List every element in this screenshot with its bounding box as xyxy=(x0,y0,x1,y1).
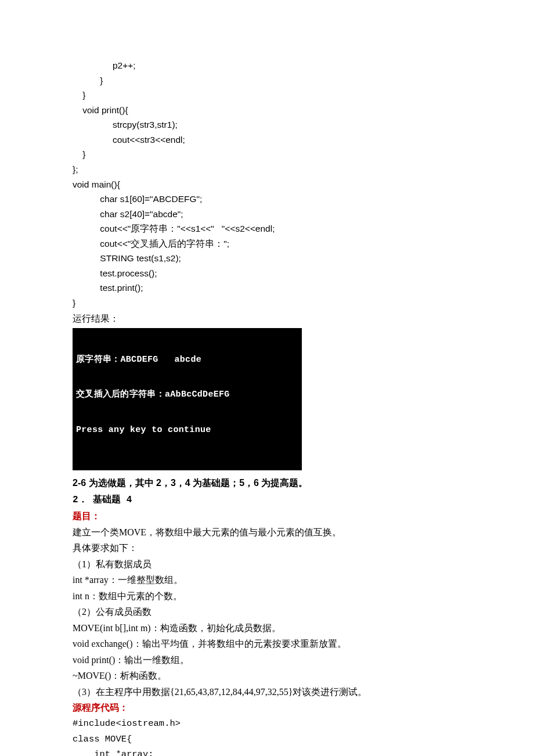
desc-line: ~MOVE()：析构函数。 xyxy=(73,668,476,684)
source-code-label: 源程序代码： xyxy=(73,700,476,716)
q2-text: 2． 基础题 4 xyxy=(73,495,132,505)
console-line: 交叉插入后的字符串：aAbBcCdDeEFG xyxy=(76,389,298,401)
desc-line: MOVE(int b[],int m)：构造函数，初始化成员数据。 xyxy=(73,620,476,636)
code-line: p2++; xyxy=(73,58,476,73)
desc-line: （2）公有成员函数 xyxy=(73,604,476,620)
code-line: void print(){ xyxy=(73,103,476,118)
code-line: strcpy(str3,str1); xyxy=(73,117,476,132)
desc-line: （1）私有数据成员 xyxy=(73,556,476,573)
desc-line: void print()：输出一维数组。 xyxy=(73,652,476,668)
selection-heading: 2-6 为选做题，其中 2，3，4 为基础题；5，6 为提高题。 xyxy=(73,475,476,491)
desc-line: 具体要求如下： xyxy=(73,540,476,556)
code-line: char s1[60]="ABCDEFG"; xyxy=(73,192,476,207)
desc-line: 建立一个类MOVE，将数组中最大元素的值与最小元素的值互换。 xyxy=(73,524,476,541)
question-number-heading: 2． 基础题 4 xyxy=(73,491,476,508)
code-line: } xyxy=(73,88,476,103)
code-block-top: p2++; } } void print(){ strcpy(str3,str1… xyxy=(73,58,476,311)
code-line: cout<<"交叉插入后的字符串："; xyxy=(73,236,476,251)
code-line: } xyxy=(73,296,476,311)
code-line: }; xyxy=(73,162,476,177)
code-line: class MOVE{ xyxy=(73,732,476,747)
code-line: test.print(); xyxy=(73,280,476,296)
desc-line: int n：数组中元素的个数。 xyxy=(73,588,476,604)
code-line: #include<iostream.h> xyxy=(73,716,476,731)
code-line: STRING test(s1,s2); xyxy=(73,251,476,266)
run-result-label: 运行结果： xyxy=(73,311,476,327)
code-line: void main(){ xyxy=(73,177,476,192)
code-line: int *array; xyxy=(73,747,476,756)
desc-line: int *array：一维整型数组。 xyxy=(73,572,476,588)
code-line: } xyxy=(73,73,476,88)
desc-line: void exchange()：输出平均值，并将数组中的元素按要求重新放置。 xyxy=(73,636,476,652)
code-line: test.process(); xyxy=(73,266,476,281)
code-line: cout<<str3<<endl; xyxy=(73,132,476,147)
code-line: } xyxy=(73,147,476,162)
code-line: char s2[40]="abcde"; xyxy=(73,207,476,222)
code-block-bottom: #include<iostream.h> class MOVE{ int *ar… xyxy=(73,716,476,756)
problem-title-label: 题目： xyxy=(73,508,476,524)
console-line: 原字符串：ABCDEFG abcde xyxy=(76,354,298,366)
code-line: cout<<"原字符串："<<s1<<" "<<s2<<endl; xyxy=(73,221,476,236)
console-line: Press any key to continue xyxy=(76,424,298,436)
desc-line: （3）在主程序中用数据{21,65,43,87,12,84,44,97,32,5… xyxy=(73,684,476,700)
console-output: 原字符串：ABCDEFG abcde 交叉插入后的字符串：aAbBcCdDeEF… xyxy=(73,328,302,470)
